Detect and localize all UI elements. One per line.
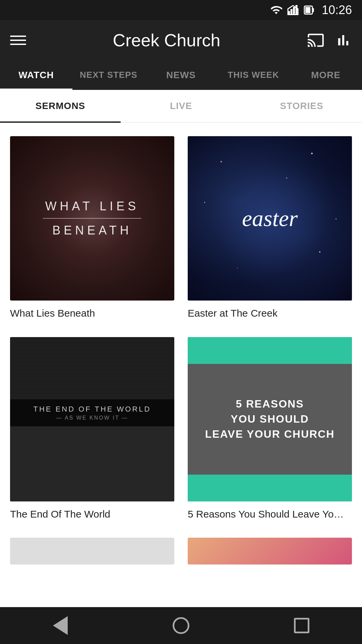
thumb-title-1: WHAT LIES bbox=[45, 198, 139, 215]
thumb-5-reasons-bg: 5 REASONSYOU SHOULDLEAVE YOUR CHURCH bbox=[188, 337, 352, 501]
battery-icon bbox=[304, 4, 317, 16]
svg-rect-3 bbox=[295, 5, 297, 15]
sermon-title-easter: Easter at The Creek bbox=[188, 307, 352, 320]
sermons-grid: WHAT LIES BENEATH What Lies Beneath bbox=[10, 136, 352, 521]
thumb-divider bbox=[43, 218, 141, 219]
partial-thumb-1 bbox=[10, 538, 174, 565]
svg-rect-5 bbox=[305, 7, 310, 13]
svg-rect-2 bbox=[293, 7, 295, 15]
end-subtitle: — AS WE KNOW IT — bbox=[15, 415, 169, 421]
sermon-card-5-reasons[interactable]: 5 REASONSYOU SHOULDLEAVE YOUR CHURCH 5 R… bbox=[188, 337, 352, 521]
sermon-thumbnail-easter: easter bbox=[188, 136, 352, 301]
tab-this-week[interactable]: THIS WEEK bbox=[217, 60, 290, 90]
sub-tab-sermons[interactable]: SERMONS bbox=[0, 90, 121, 122]
partial-thumb-2 bbox=[188, 538, 352, 565]
tab-more[interactable]: MORE bbox=[290, 60, 362, 90]
sermon-thumbnail-5-reasons: 5 REASONSYOU SHOULDLEAVE YOUR CHURCH bbox=[188, 337, 352, 501]
sub-tab-navigation: SERMONS LIVE STORIES bbox=[0, 90, 362, 123]
back-button[interactable] bbox=[44, 609, 77, 642]
tab-watch[interactable]: WATCH bbox=[0, 60, 72, 90]
status-bar: 10:26 bbox=[0, 0, 362, 20]
tab-next-steps[interactable]: NEXT STEPS bbox=[72, 60, 145, 90]
back-icon bbox=[53, 616, 68, 635]
status-icons: 10:26 bbox=[270, 3, 352, 17]
bottom-nav bbox=[0, 607, 362, 644]
sermon-card-what-lies-beneath[interactable]: WHAT LIES BENEATH What Lies Beneath bbox=[10, 136, 174, 320]
sermon-thumbnail-what-lies-beneath: WHAT LIES BENEATH bbox=[10, 136, 174, 301]
thumb-easter-text: easter bbox=[242, 205, 298, 232]
green-bar-bottom bbox=[188, 475, 352, 501]
sermon-card-easter[interactable]: easter Easter at The Creek bbox=[188, 136, 352, 320]
end-title: THE END OF THE WORLD bbox=[15, 405, 169, 414]
wifi-icon bbox=[270, 4, 282, 16]
home-icon bbox=[173, 617, 189, 634]
gray-content: 5 REASONSYOU SHOULDLEAVE YOUR CHURCH bbox=[188, 364, 352, 475]
app-title: Creek Church bbox=[36, 30, 297, 50]
thumb-what-lies-beneath-bg: WHAT LIES BENEATH bbox=[10, 136, 174, 301]
end-text-block: THE END OF THE WORLD — AS WE KNOW IT — bbox=[10, 399, 174, 426]
sub-tab-stories[interactable]: STORIES bbox=[241, 90, 362, 122]
content-area: WHAT LIES BENEATH What Lies Beneath bbox=[0, 123, 362, 578]
home-button[interactable] bbox=[164, 609, 198, 642]
glitch-top bbox=[10, 337, 174, 399]
menu-line-2 bbox=[10, 40, 26, 41]
thumb-end-of-world-bg: THE END OF THE WORLD — AS WE KNOW IT — bbox=[10, 337, 174, 501]
analytics-icon[interactable] bbox=[335, 32, 352, 49]
tab-news[interactable]: NEWS bbox=[145, 60, 217, 90]
sermon-thumbnail-end-of-world: THE END OF THE WORLD — AS WE KNOW IT — bbox=[10, 337, 174, 501]
thumb-easter-bg: easter bbox=[188, 136, 352, 301]
reasons-text: 5 REASONSYOU SHOULDLEAVE YOUR CHURCH bbox=[205, 396, 335, 441]
menu-button[interactable] bbox=[10, 36, 26, 45]
top-bar: Creek Church bbox=[0, 20, 362, 60]
recent-button[interactable] bbox=[285, 609, 318, 642]
signal-icon bbox=[287, 4, 299, 16]
menu-line-3 bbox=[10, 44, 26, 45]
partial-row bbox=[10, 538, 352, 565]
sub-tab-live[interactable]: LIVE bbox=[121, 90, 241, 122]
tab-navigation: WATCH NEXT STEPS NEWS THIS WEEK MORE bbox=[0, 60, 362, 90]
svg-rect-1 bbox=[290, 9, 292, 15]
glitch-bottom bbox=[10, 426, 174, 501]
sermon-title-5-reasons: 5 Reasons You Should Leave Yo… bbox=[188, 507, 352, 521]
thumb-title-2: BENEATH bbox=[52, 222, 132, 239]
svg-rect-6 bbox=[312, 8, 314, 12]
sermon-title-end-of-world: The End Of The World bbox=[10, 507, 174, 521]
svg-rect-0 bbox=[288, 11, 290, 15]
top-bar-actions bbox=[307, 32, 352, 49]
menu-line-1 bbox=[10, 36, 26, 37]
recent-icon bbox=[294, 618, 309, 633]
green-bar-top bbox=[188, 337, 352, 364]
status-time: 10:26 bbox=[322, 3, 352, 17]
cast-icon[interactable] bbox=[307, 32, 324, 49]
sermon-title-what-lies-beneath: What Lies Beneath bbox=[10, 307, 174, 320]
sermon-card-end-of-world[interactable]: THE END OF THE WORLD — AS WE KNOW IT — T… bbox=[10, 337, 174, 521]
